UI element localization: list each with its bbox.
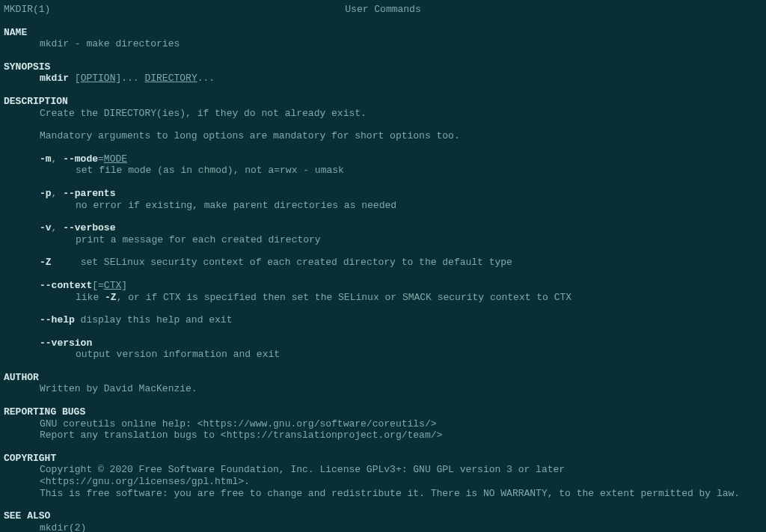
option-parents-short: -p [40, 188, 52, 199]
synopsis-directory: DIRECTORY [144, 73, 197, 84]
option-parents-desc: no error if existing, make parent direct… [76, 200, 762, 212]
section-synopsis-heading: SYNOPSIS [4, 61, 762, 73]
option-context-desc-post: , or if CTX is specified then set the SE… [117, 292, 572, 303]
option-context-lb: [= [92, 280, 104, 291]
option-verbose-short: -v [40, 222, 52, 233]
option-version-desc: output version information and exit [76, 349, 762, 361]
man-page[interactable]: MKDIR(1) User Commands NAME mkdir - make… [4, 4, 762, 532]
option-context-flag: --context [40, 280, 92, 291]
option-z-flag: -Z [40, 257, 52, 268]
option-mode-short: -m [40, 153, 52, 165]
synopsis-option: OPTION [81, 73, 116, 84]
option-mode-arg: MODE [104, 153, 127, 165]
option-verbose-desc: print a message for each created directo… [76, 234, 762, 246]
section-copyright-heading: COPYRIGHT [4, 453, 762, 465]
option-context-arg: CTX [104, 280, 121, 291]
option-help: --help display this help and exit [40, 314, 762, 326]
option-verbose-sep: , [52, 222, 64, 233]
option-mode-eq: = [98, 153, 104, 165]
option-context-desc: like -Z, or if CTX is specified then set… [76, 292, 762, 304]
option-context-desc-pre: like [76, 292, 105, 303]
option-mode: -m, --mode=MODE [40, 153, 762, 165]
copyright-l1: Copyright © 2020 Free Software Foundatio… [40, 464, 762, 487]
option-version-flag: --version [40, 337, 92, 349]
bugs-l1: GNU coreutils online help: <https://www.… [40, 418, 762, 430]
option-z: -Z set SELinux security context of each … [40, 257, 762, 269]
man-header-center: User Commands [345, 4, 420, 16]
option-context: --context[=CTX] [40, 280, 762, 292]
description-p2: Mandatory arguments to long options are … [40, 130, 762, 142]
option-parents: -p, --parents [40, 188, 762, 200]
author-text: Written by David MacKenzie. [40, 383, 762, 395]
option-context-desc-bold: -Z [105, 292, 117, 303]
section-author-heading: AUTHOR [4, 372, 762, 384]
option-mode-desc: set file mode (as in chmod), not a=rwx -… [76, 165, 762, 177]
option-verbose-long: --verbose [63, 222, 115, 233]
synopsis-post-option: ... [121, 73, 144, 84]
option-mode-long: --mode [63, 153, 98, 165]
man-header: MKDIR(1) User Commands [4, 4, 762, 16]
section-description-heading: DESCRIPTION [4, 96, 762, 108]
section-seealso-heading: SEE ALSO [4, 510, 762, 522]
man-header-left: MKDIR(1) [4, 4, 50, 16]
option-help-desc: display this help and exit [75, 314, 233, 325]
option-z-spacer [52, 257, 81, 268]
option-help-flag: --help [40, 314, 75, 325]
description-p1: Create the DIRECTORY(ies), if they do no… [40, 108, 762, 120]
option-parents-long: --parents [63, 188, 115, 199]
option-context-rb: ] [121, 280, 127, 291]
option-parents-sep: , [52, 188, 64, 199]
option-verbose: -v, --verbose [40, 222, 762, 234]
section-bugs-heading: REPORTING BUGS [4, 406, 762, 418]
option-mode-sep: , [52, 153, 64, 165]
option-version: --version [40, 337, 762, 349]
synopsis-cmd: mkdir [40, 73, 69, 84]
seealso-l1: mkdir(2) [40, 522, 762, 532]
synopsis-line: mkdir [OPTION]... DIRECTORY... [40, 73, 762, 85]
bugs-l2: Report any translation bugs to <https://… [40, 429, 762, 441]
name-text: mkdir - make directories [40, 38, 762, 50]
option-z-desc: set SELinux security context of each cre… [81, 257, 512, 268]
section-name-heading: NAME [4, 27, 762, 39]
copyright-l2: This is free software: you are free to c… [40, 488, 762, 500]
synopsis-post-directory: ... [197, 73, 215, 84]
